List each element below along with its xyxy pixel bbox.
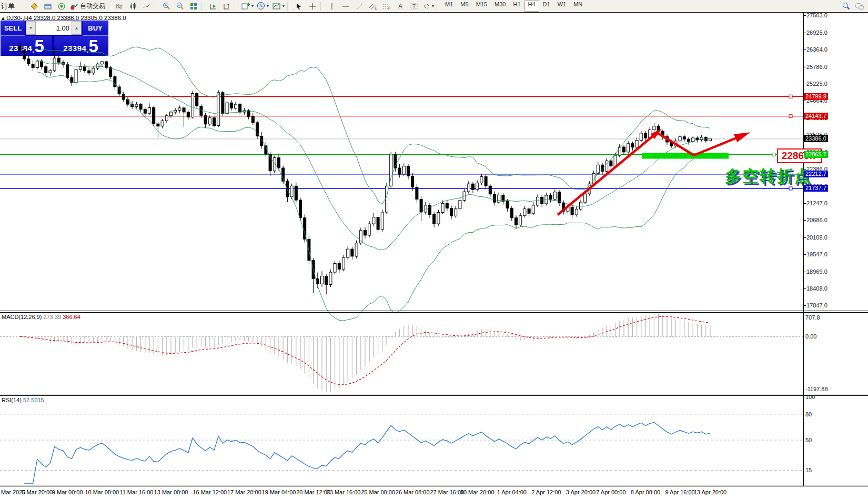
- price-tick: [803, 33, 806, 33]
- candle-body: [19, 46, 22, 51]
- pane-separator[interactable]: [0, 311, 868, 311]
- candle-body: [459, 201, 461, 209]
- candle-body: [221, 93, 224, 114]
- candle-body: [347, 249, 349, 257]
- time-label: 1 Apr 04:00: [497, 489, 527, 495]
- time-label: 5 Mar 20:00: [22, 489, 53, 495]
- candle-body: [476, 183, 479, 190]
- price-tick: [803, 288, 806, 289]
- candle-body: [381, 212, 383, 230]
- pane-separator[interactable]: [0, 394, 868, 394]
- annotation-text-cn[interactable]: 多空转折点: [725, 165, 812, 187]
- candle-body: [433, 214, 436, 224]
- candle-body: [571, 207, 573, 215]
- price-tick: [803, 49, 806, 50]
- candle-body: [523, 209, 526, 216]
- candle-body: [174, 110, 177, 112]
- candle-body: [537, 197, 539, 205]
- trend-arrow-1[interactable]: [558, 133, 657, 215]
- candle-body: [627, 144, 630, 152]
- candle-body: [75, 69, 77, 83]
- candle-body: [688, 139, 690, 142]
- time-label: 11 Mar 16:00: [119, 489, 153, 495]
- time-label: 13 Mar 00:00: [154, 489, 188, 495]
- support-zone-bar[interactable]: [642, 153, 729, 159]
- chart-canvas[interactable]: [0, 0, 868, 498]
- candle-body: [178, 108, 181, 111]
- candle-body: [386, 186, 388, 212]
- candle-body: [57, 58, 60, 62]
- price-tag-24799.9: 24799.9: [804, 93, 828, 100]
- candle-body: [553, 192, 556, 200]
- candle-body: [368, 224, 371, 235]
- candle-body: [191, 94, 194, 117]
- price-tick-label: 17847.0: [806, 302, 827, 308]
- candle-body: [226, 103, 228, 114]
- candle-body: [364, 231, 367, 235]
- price-tick-label: 27503.0: [806, 12, 827, 18]
- line-handle[interactable]: [789, 115, 792, 118]
- price-tick: [803, 203, 806, 204]
- candle-body: [377, 217, 379, 230]
- bollinger-lower: [37, 72, 710, 321]
- price-tick: [803, 67, 806, 67]
- candle-body: [66, 64, 69, 77]
- candle-body: [605, 161, 608, 171]
- candle-body: [290, 186, 293, 197]
- pane-separator: [0, 486, 868, 486]
- macd-axis-min: -1197.88: [805, 386, 828, 392]
- candle-body: [480, 177, 483, 183]
- line-handle[interactable]: [772, 153, 775, 156]
- price-tag-22212.7: 22212.7: [804, 171, 828, 177]
- candle-body: [286, 181, 289, 197]
- candle-body: [618, 147, 621, 155]
- line-handle[interactable]: [789, 95, 792, 98]
- rsi-axis-80: 80: [805, 411, 812, 417]
- price-tag-24143.7: 24143.7: [804, 113, 828, 119]
- candle-body: [623, 147, 625, 152]
- candle-body: [139, 104, 142, 109]
- time-label: 25 Mar 00:00: [361, 489, 395, 495]
- price-tick-label: 18408.0: [806, 285, 827, 292]
- candle-body: [45, 67, 47, 73]
- time-label: 3 Apr 20:00: [566, 489, 596, 495]
- price-tag-22865.7: 22865.7: [804, 151, 828, 158]
- candle-body: [580, 202, 582, 209]
- candle-body: [187, 112, 189, 117]
- candle-body: [653, 126, 655, 130]
- candle-body: [213, 118, 216, 126]
- rsi-axis-50: 50: [805, 437, 812, 443]
- time-label: 10 Mar 08:00: [85, 489, 119, 495]
- candle-body: [334, 264, 336, 273]
- price-tick: [803, 84, 806, 84]
- candle-body: [217, 93, 220, 126]
- price-tick: [803, 254, 806, 255]
- pane-separator[interactable]: [0, 312, 868, 313]
- candle-body: [640, 133, 642, 141]
- candle-body: [165, 116, 168, 121]
- candle-body: [208, 118, 211, 124]
- pane-separator[interactable]: [0, 395, 868, 396]
- candle-body: [144, 109, 146, 113]
- rsi-line: [24, 423, 710, 483]
- candle-body: [493, 194, 496, 202]
- candle-body: [515, 218, 518, 225]
- rsi-value: 57.5015: [23, 397, 44, 403]
- macd-signal-value: 366.64: [63, 314, 80, 320]
- candle-body: [157, 124, 159, 126]
- price-tick-label: 26364.0: [806, 46, 827, 53]
- candle-body: [88, 71, 90, 73]
- candle-body: [92, 68, 95, 73]
- candle-body: [79, 66, 82, 69]
- price-tick-label: 18969.0: [806, 268, 827, 275]
- candle-body: [467, 184, 470, 192]
- price-tick: [803, 101, 806, 101]
- candle-series: [19, 42, 712, 294]
- candle-body: [519, 216, 522, 225]
- candle-body: [27, 59, 30, 64]
- candle-body: [575, 209, 578, 215]
- price-tag-21737.7: 21737.7: [804, 185, 828, 192]
- time-label: 7 Apr 00:00: [596, 489, 625, 495]
- candle-body: [239, 104, 241, 112]
- candle-body: [437, 213, 440, 224]
